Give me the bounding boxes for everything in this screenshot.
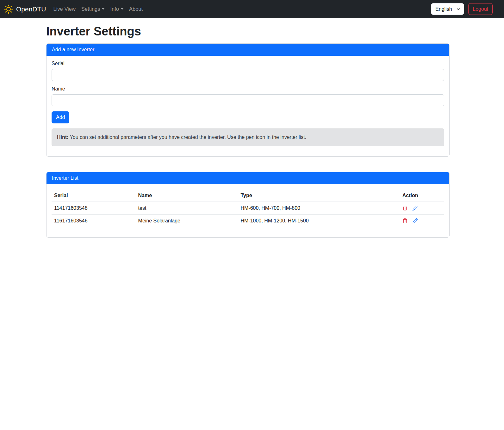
pencil-icon bbox=[413, 218, 418, 223]
brand[interactable]: OpenDTU bbox=[4, 4, 46, 14]
page-title: Inverter Settings bbox=[46, 25, 450, 38]
serial-label: Serial bbox=[52, 61, 444, 66]
nav-live-view-label: Live View bbox=[53, 6, 76, 12]
cell-serial: 116171603546 bbox=[52, 215, 136, 227]
delete-inverter-button[interactable] bbox=[402, 218, 408, 223]
column-header-action: Action bbox=[400, 189, 444, 202]
language-selected-value: English bbox=[435, 6, 452, 12]
hint-text: You can set additional parameters after … bbox=[68, 134, 306, 140]
main-content: Inverter Settings Add a new Inverter Ser… bbox=[46, 25, 450, 238]
chevron-down-icon bbox=[102, 8, 104, 10]
inverter-list-card: Inverter List Serial Name Type Action 11… bbox=[46, 172, 450, 238]
column-header-serial: Serial bbox=[52, 189, 136, 202]
column-header-type: Type bbox=[238, 189, 400, 202]
nav-live-view[interactable]: Live View bbox=[51, 3, 78, 15]
trash-icon bbox=[402, 218, 408, 223]
logout-button[interactable]: Logout bbox=[468, 3, 493, 15]
table-row: 116171603546 Meine Solaranlage HM-1000, … bbox=[52, 215, 444, 227]
hint-alert: Hint: You can set additional parameters … bbox=[52, 128, 444, 146]
name-label: Name bbox=[52, 86, 444, 92]
sun-icon bbox=[4, 4, 13, 14]
table-header-row: Serial Name Type Action bbox=[52, 189, 444, 202]
add-button[interactable]: Add bbox=[52, 111, 69, 123]
add-card-header: Add a new Inverter bbox=[47, 44, 449, 56]
nav-right: English Logout bbox=[431, 3, 493, 15]
pencil-icon bbox=[413, 206, 418, 211]
nav-about-label: About bbox=[129, 6, 143, 12]
edit-inverter-button[interactable] bbox=[413, 206, 418, 211]
cell-action bbox=[400, 215, 444, 227]
list-card-header: Inverter List bbox=[47, 172, 449, 184]
nav-settings[interactable]: Settings bbox=[78, 3, 108, 15]
cell-type: HM-600, HM-700, HM-800 bbox=[238, 202, 400, 215]
cell-name: Meine Solaranlage bbox=[136, 215, 238, 227]
inverter-table: Serial Name Type Action 114171603548 tes… bbox=[52, 189, 444, 227]
cell-serial: 114171603548 bbox=[52, 202, 136, 215]
chevron-down-icon bbox=[121, 8, 123, 10]
nav-info-label: Info bbox=[110, 6, 119, 12]
delete-inverter-button[interactable] bbox=[402, 206, 408, 211]
add-inverter-card: Add a new Inverter Serial Name Add Hint:… bbox=[46, 43, 450, 157]
nav-info[interactable]: Info bbox=[107, 3, 126, 15]
column-header-name: Name bbox=[136, 189, 238, 202]
navbar: OpenDTU Live View Settings Info About En… bbox=[0, 0, 504, 18]
nav-about[interactable]: About bbox=[126, 3, 146, 15]
nav-links: Live View Settings Info About bbox=[51, 3, 146, 15]
table-row: 114171603548 test HM-600, HM-700, HM-800 bbox=[52, 202, 444, 215]
cell-action bbox=[400, 202, 444, 215]
edit-inverter-button[interactable] bbox=[413, 218, 418, 223]
serial-input[interactable] bbox=[52, 69, 444, 81]
cell-name: test bbox=[136, 202, 238, 215]
add-card-body: Serial Name Add Hint: You can set additi… bbox=[47, 56, 449, 156]
language-select[interactable]: English bbox=[431, 3, 464, 15]
cell-type: HM-1000, HM-1200, HM-1500 bbox=[238, 215, 400, 227]
list-card-body: Serial Name Type Action 114171603548 tes… bbox=[47, 184, 449, 237]
brand-label: OpenDTU bbox=[16, 5, 46, 13]
trash-icon bbox=[402, 206, 408, 211]
name-input[interactable] bbox=[52, 94, 444, 106]
nav-settings-label: Settings bbox=[81, 6, 100, 12]
hint-label: Hint: bbox=[57, 134, 68, 140]
